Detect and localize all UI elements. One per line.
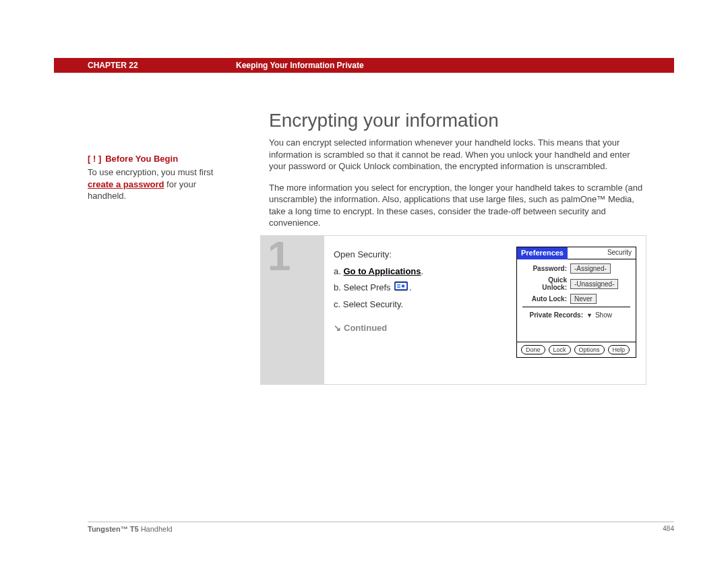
svg-rect-3 <box>397 286 400 286</box>
intro-paragraph-2: The more information you select for encr… <box>269 182 646 229</box>
palm-titlebar: Preferences Security <box>517 247 636 259</box>
palm-row-autolock: Auto Lock: Never <box>522 294 630 304</box>
palm-row-quickunlock: Quick Unlock: -Unassigned- <box>522 276 630 291</box>
main-content: Encrypting your information You can encr… <box>269 110 646 239</box>
svg-rect-2 <box>397 284 400 285</box>
chapter-header-bar: CHAPTER 22 Keeping Your Information Priv… <box>54 58 674 73</box>
palm-row-private: Private Records: ▼ Show <box>522 311 630 319</box>
palm-options-button[interactable]: Options <box>574 345 605 354</box>
alert-marker-icon: [ ! ] <box>88 154 101 164</box>
dropdown-icon: ▼ <box>586 312 593 319</box>
page-footer: Tungsten™ T5 Handheld 484 <box>88 522 674 533</box>
before-you-begin-text: To use encryption, you must first create… <box>88 166 222 202</box>
before-you-begin-heading: [ ! ]Before You Begin <box>88 154 222 164</box>
intro-paragraph-1: You can encrypt selected information whe… <box>269 137 646 173</box>
palm-title-right: Security <box>568 247 636 259</box>
page-number: 484 <box>663 525 674 533</box>
palm-quickunlock-value[interactable]: -Unassigned- <box>570 279 618 289</box>
palm-title-left: Preferences <box>517 247 568 259</box>
palm-button-bar: Done Lock Options Help <box>517 342 636 357</box>
palm-help-button[interactable]: Help <box>608 345 630 354</box>
palm-lock-button[interactable]: Lock <box>549 345 571 354</box>
step-body: Open Security: a. Go to Applications. b.… <box>324 236 646 384</box>
before-you-begin-label: Before You Begin <box>105 154 178 164</box>
before-you-begin-sidebar: [ ! ]Before You Begin To use encryption,… <box>88 154 222 202</box>
palm-divider <box>522 307 630 307</box>
continued-arrow-icon: ↘ <box>334 323 341 333</box>
palm-autolock-value[interactable]: Never <box>570 294 597 304</box>
product-name: Tungsten™ T5 Handheld <box>88 525 173 533</box>
palm-private-value[interactable]: Show <box>594 311 613 319</box>
create-password-link[interactable]: create a password <box>88 179 164 189</box>
palm-row-password: Password: -Assigned- <box>522 263 630 274</box>
chapter-title: Keeping Your Information Private <box>236 61 364 70</box>
chapter-number: CHAPTER 22 <box>54 61 236 70</box>
step-number: 1 <box>268 232 291 280</box>
svg-rect-4 <box>397 287 400 288</box>
prefs-icon <box>394 280 408 297</box>
palm-screenshot: Preferences Security Password: -Assigned… <box>516 247 636 358</box>
page-heading: Encrypting your information <box>269 110 646 131</box>
step-box: 1 Open Security: a. Go to Applications. … <box>260 235 646 385</box>
palm-done-button[interactable]: Done <box>521 345 545 354</box>
go-to-applications-link[interactable]: Go to Applications <box>343 266 421 276</box>
palm-password-value[interactable]: -Assigned- <box>570 263 611 274</box>
svg-point-5 <box>402 284 405 288</box>
